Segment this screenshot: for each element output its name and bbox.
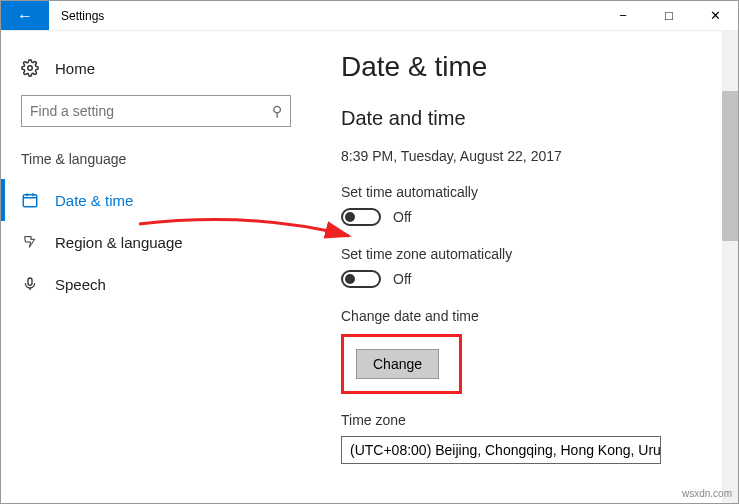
maximize-icon: □ [665,8,673,23]
home-nav[interactable]: Home [1,51,311,95]
close-button[interactable]: ✕ [692,1,738,30]
change-date-time-label: Change date and time [341,308,738,324]
svg-rect-2 [28,278,32,285]
window-controls: − □ ✕ [600,1,738,30]
page-title: Date & time [341,51,738,83]
timezone-label: Time zone [341,412,738,428]
content-area: Home ⚲ Time & language Date & time Regio… [1,31,738,503]
watermark: wsxdn.com [682,488,732,499]
auto-tz-toggle[interactable] [341,270,381,288]
clock-icon [21,191,39,209]
microphone-icon [21,275,39,293]
minimize-button[interactable]: − [600,1,646,30]
auto-time-state: Off [393,209,411,225]
change-highlight-box: Change [341,334,462,394]
scrollbar[interactable] [722,31,738,503]
auto-time-toggle-row: Off [341,208,738,226]
window-title: Settings [49,1,600,30]
scrollbar-thumb[interactable] [722,91,738,241]
arrow-left-icon: ← [17,7,33,25]
sidebar: Home ⚲ Time & language Date & time Regio… [1,31,311,503]
search-box[interactable]: ⚲ [21,95,291,127]
search-icon: ⚲ [272,103,282,119]
back-button[interactable]: ← [1,1,49,30]
sidebar-item-label: Date & time [55,192,133,209]
sidebar-item-speech[interactable]: Speech [1,263,311,305]
sidebar-item-region-language[interactable]: Region & language [1,221,311,263]
sidebar-item-label: Speech [55,276,106,293]
search-input[interactable] [30,103,244,119]
globe-icon [21,233,39,251]
section-heading: Date and time [341,107,738,130]
svg-point-0 [28,66,33,71]
minimize-icon: − [619,8,627,23]
home-label: Home [55,60,95,77]
timezone-select[interactable]: (UTC+08:00) Beijing, Chongqing, Hong Kon… [341,436,661,464]
auto-tz-label: Set time zone automatically [341,246,738,262]
change-button[interactable]: Change [356,349,439,379]
maximize-button[interactable]: □ [646,1,692,30]
sidebar-item-label: Region & language [55,234,183,251]
titlebar: ← Settings − □ ✕ [1,1,738,31]
sidebar-section-heading: Time & language [1,151,311,179]
auto-tz-state: Off [393,271,411,287]
svg-rect-1 [23,195,37,207]
close-icon: ✕ [710,8,721,23]
main-panel: Date & time Date and time 8:39 PM, Tuesd… [311,31,738,503]
auto-time-toggle[interactable] [341,208,381,226]
current-datetime: 8:39 PM, Tuesday, August 22, 2017 [341,148,738,164]
gear-icon [21,59,39,77]
auto-tz-toggle-row: Off [341,270,738,288]
auto-time-label: Set time automatically [341,184,738,200]
sidebar-item-date-time[interactable]: Date & time [1,179,311,221]
